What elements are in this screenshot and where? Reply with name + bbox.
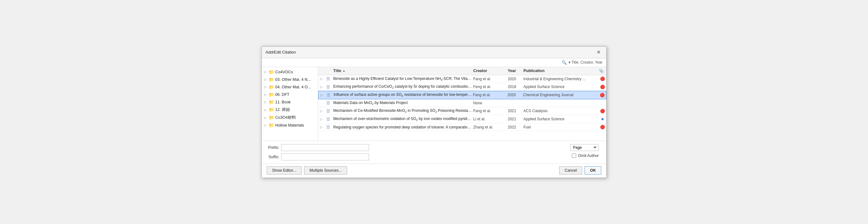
table-row[interactable]: ▷ ☰ Mechanism of Ce-Modified Birnessite-… <box>318 107 606 115</box>
sidebar-arrow-2: ▷ <box>264 85 267 89</box>
doc-icon-5: ☰ <box>324 117 332 121</box>
sidebar-label-4: 11. Book <box>275 100 290 104</box>
prefix-input[interactable] <box>281 144 369 151</box>
dialog-add-edit-citation: Add/Edit Citation ✕ 🔍 ▾ Title, Creator, … <box>261 46 607 178</box>
omit-author-label: Omit Author <box>578 153 599 158</box>
sidebar-label-5: 12. 师姐 <box>275 107 290 112</box>
multiple-sources-button[interactable]: Multiple Sources... <box>304 166 347 175</box>
row-year-2: 2020 <box>506 93 522 97</box>
sidebar-item-3[interactable]: ▷ 📁 06. DFT <box>262 91 318 98</box>
doc-icon-1: ☰ <box>324 84 332 89</box>
row-title-5: Mechanism of over-stoichiometric oxidati… <box>332 117 472 121</box>
pdf-icon: 🔴 <box>600 93 605 98</box>
col-creator-header[interactable]: Creator <box>472 69 506 73</box>
pdf-icon: 🔴 <box>600 109 605 113</box>
show-editor-button[interactable]: Show Editor... <box>267 166 302 175</box>
search-bar: 🔍 ▾ Title, Creator, Year <box>262 58 606 67</box>
sidebar-label-3: 06. DFT <box>275 92 289 97</box>
row-attach-1: 🔴 <box>597 84 606 89</box>
dot-icon: ● <box>601 116 604 121</box>
expand-icon-4: ▷ <box>318 109 324 113</box>
folder-icon-1: 📁 <box>269 77 274 82</box>
right-buttons: Cancel OK <box>559 166 601 175</box>
folder-icon-7: 📁 <box>269 123 274 128</box>
col-expand-header <box>318 69 324 73</box>
table-row[interactable]: ▷ ☰ Regulating oxygen species for promot… <box>318 123 606 131</box>
col-publication-header[interactable]: Publication <box>522 69 597 73</box>
sidebar-label-7: Hollow Materials <box>275 123 304 127</box>
row-creator-3: None <box>472 101 506 105</box>
row-title-0: Birnessite as a Highly Efficient Catalys… <box>332 76 472 81</box>
omit-author-checkbox[interactable] <box>572 153 576 158</box>
page-select[interactable]: PageChapterColumnFigureFolioIssueLineNot… <box>570 144 599 151</box>
row-attach-0: 🔴 <box>597 76 606 81</box>
expand-icon-5: ▷ <box>318 117 324 121</box>
row-attach-4: 🔴 <box>597 109 606 113</box>
row-creator-0: Fang et al. <box>472 77 506 81</box>
col-year-header[interactable]: Year <box>506 69 522 73</box>
row-year-5: 2021 <box>506 117 522 121</box>
sidebar-item-1[interactable]: ▷ 📁 03. Other Mat. 4 N... <box>262 76 318 83</box>
bottom-section: Prefix: Suffix: PageChapterColumnFigureF… <box>262 141 606 163</box>
col-icon-header <box>324 69 332 73</box>
table-row[interactable]: ▷ ☰ Influence of surface active groups o… <box>318 91 606 99</box>
suffix-input[interactable] <box>281 153 369 160</box>
row-attach-2: 🔴 <box>597 93 606 98</box>
table-row[interactable]: ☰ Materials Data on MnO2 by Materials Pr… <box>318 99 606 107</box>
row-title-6: Regulating oxygen species for promoted d… <box>332 125 472 129</box>
row-title-4: Mechanism of Ce-Modified Birnessite-MnO2… <box>332 108 472 113</box>
sidebar-arrow-5: ▷ <box>264 108 267 112</box>
table-row[interactable]: ▷ ☰ Mechanism of over-stoichiometric oxi… <box>318 115 606 123</box>
row-pub-5: Applied Surface Science <box>522 117 597 121</box>
row-year-4: 2021 <box>506 109 522 113</box>
row-title-2: Influence of surface active groups on SO… <box>332 92 472 98</box>
sidebar: ▷ 📁 Co4VOCs ▷ 📁 03. Other Mat. 4 N... ▷ … <box>262 67 318 141</box>
cancel-button[interactable]: Cancel <box>559 166 582 175</box>
left-buttons: Show Editor... Multiple Sources... <box>267 166 347 175</box>
row-attach-6: 🔴 <box>597 125 606 129</box>
folder-icon-2: 📁 <box>269 84 274 89</box>
row-title-1: Enhancing performance of Co/CeO2 catalys… <box>332 84 472 89</box>
row-pub-2: Chemical Engineering Journal <box>522 93 597 97</box>
table-row[interactable]: ▷ ☰ Birnessite as a Highly Efficient Cat… <box>318 75 606 83</box>
sidebar-item-4[interactable]: ▷ 📁 11. Book <box>262 98 318 106</box>
sidebar-item-7[interactable]: ▷ 📁 Hollow Materials <box>262 121 318 129</box>
row-title-3: Materials Data on MnO2 by Materials Proj… <box>332 101 472 106</box>
sidebar-arrow-1: ▷ <box>264 78 267 81</box>
ok-button[interactable]: OK <box>585 166 601 175</box>
row-creator-4: Fang et al. <box>472 109 506 113</box>
row-pub-6: Fuel <box>522 125 597 129</box>
sidebar-label-2: 04. Other Mat. 4 O... <box>275 85 311 89</box>
col-title-header[interactable]: Title ▲ <box>332 69 472 73</box>
main-content: ▷ 📁 Co4VOCs ▷ 📁 03. Other Mat. 4 N... ▷ … <box>262 67 606 141</box>
sidebar-label-6: Co3O4材料 <box>275 115 296 120</box>
row-creator-5: Li et al. <box>472 117 506 121</box>
expand-icon-0: ▷ <box>318 77 324 80</box>
sidebar-arrow-6: ▷ <box>264 116 267 119</box>
sidebar-item-6[interactable]: ▷ 📁 Co3O4材料 <box>262 114 318 121</box>
row-pub-1: Applied Surface Science <box>522 84 597 89</box>
close-button[interactable]: ✕ <box>595 49 602 55</box>
row-attach-5: ● <box>597 116 606 122</box>
pdf-icon: 🔴 <box>600 84 605 89</box>
list-header: Title ▲ Creator Year Publication 📎 <box>318 67 606 75</box>
paperclip-icon: 📎 <box>599 69 604 73</box>
folder-icon-3: 📁 <box>269 92 274 97</box>
row-year-6: 2022 <box>506 125 522 129</box>
search-dropdown-label[interactable]: ▾ Title, Creator, Year <box>569 60 602 65</box>
sidebar-item-0[interactable]: ▷ 📁 Co4VOCs <box>262 68 318 76</box>
expand-icon-1: ▷ <box>318 85 324 89</box>
row-creator-1: Feng et al. <box>472 84 506 89</box>
sidebar-arrow-7: ▷ <box>264 123 267 127</box>
sidebar-item-2[interactable]: ▷ 📁 04. Other Mat. 4 O... <box>262 83 318 91</box>
sidebar-item-5[interactable]: ▷ 📁 12. 师姐 <box>262 106 318 114</box>
action-row: Show Editor... Multiple Sources... Cance… <box>262 163 606 178</box>
folder-icon-6: 📁 <box>269 115 274 120</box>
row-year-1: 2018 <box>506 84 522 89</box>
doc-icon-2: ☰ <box>325 93 332 98</box>
folder-icon-4: 📁 <box>269 100 274 105</box>
row-creator-6: Zhang et al. <box>472 125 506 129</box>
suffix-label: Suffix: <box>267 155 279 159</box>
table-row[interactable]: ▷ ☰ Enhancing performance of Co/CeO2 cat… <box>318 83 606 91</box>
sidebar-label-1: 03. Other Mat. 4 N... <box>275 77 311 82</box>
